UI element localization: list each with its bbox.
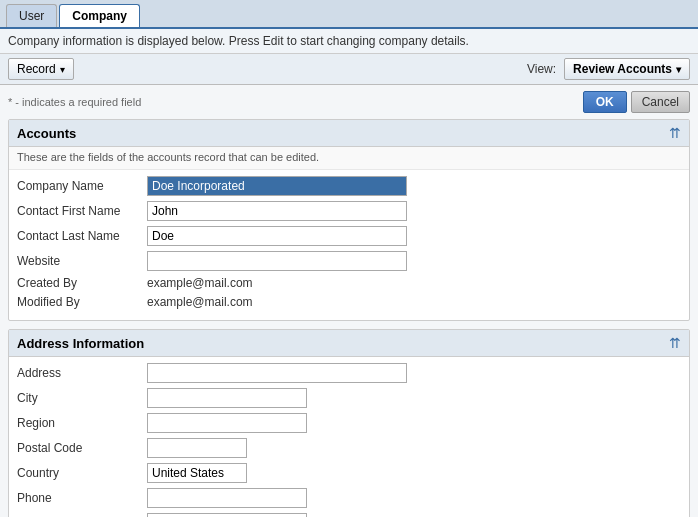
label-created-by: Created By (17, 276, 147, 290)
view-chevron-icon: ▾ (676, 64, 681, 75)
accounts-form-body: Company Name Contact First Name Contact … (9, 170, 689, 320)
form-row-company-name: Company Name (17, 176, 681, 196)
address-section-header: Address Information ⇈ (9, 330, 689, 357)
tab-company[interactable]: Company (59, 4, 140, 27)
input-region[interactable] (147, 413, 307, 433)
cancel-button[interactable]: Cancel (631, 91, 690, 113)
form-row-contact-first-name: Contact First Name (17, 201, 681, 221)
info-bar: Company information is displayed below. … (0, 29, 698, 54)
required-note: * - indicates a required field (8, 96, 141, 108)
input-fax[interactable] (147, 513, 307, 517)
form-row-address: Address (17, 363, 681, 383)
label-postal-code: Postal Code (17, 441, 147, 455)
label-city: City (17, 391, 147, 405)
accounts-collapse-icon[interactable]: ⇈ (669, 125, 681, 141)
address-collapse-icon[interactable]: ⇈ (669, 335, 681, 351)
address-section-title: Address Information (17, 336, 144, 351)
label-region: Region (17, 416, 147, 430)
action-buttons: OK Cancel (583, 91, 690, 113)
form-row-website: Website (17, 251, 681, 271)
toolbar: Record ▾ View: Review Accounts ▾ (0, 54, 698, 85)
label-contact-last-name: Contact Last Name (17, 229, 147, 243)
input-phone[interactable] (147, 488, 307, 508)
record-label: Record (17, 62, 56, 76)
form-row-phone: Phone (17, 488, 681, 508)
view-prefix-label: View: (527, 62, 556, 76)
tabs-bar: User Company (0, 0, 698, 29)
label-address: Address (17, 366, 147, 380)
accounts-section-header: Accounts ⇈ (9, 120, 689, 147)
form-row-region: Region (17, 413, 681, 433)
tab-user[interactable]: User (6, 4, 57, 27)
input-postal-code[interactable] (147, 438, 247, 458)
label-website: Website (17, 254, 147, 268)
action-row: * - indicates a required field OK Cancel (8, 91, 690, 113)
input-address[interactable] (147, 363, 407, 383)
label-country: Country (17, 466, 147, 480)
record-chevron-icon: ▾ (60, 64, 65, 75)
label-phone: Phone (17, 491, 147, 505)
form-row-country: Country (17, 463, 681, 483)
label-company-name: Company Name (17, 179, 147, 193)
input-contact-last-name[interactable] (147, 226, 407, 246)
label-contact-first-name: Contact First Name (17, 204, 147, 218)
form-row-postal-code: Postal Code (17, 438, 681, 458)
accounts-section-subtitle: These are the fields of the accounts rec… (9, 147, 689, 170)
address-form-body: Address City Region Postal Code Country (9, 357, 689, 517)
form-row-modified-by: Modified By example@mail.com (17, 295, 681, 309)
record-button[interactable]: Record ▾ (8, 58, 74, 80)
input-website[interactable] (147, 251, 407, 271)
input-contact-first-name[interactable] (147, 201, 407, 221)
accounts-section-title: Accounts (17, 126, 76, 141)
input-country[interactable] (147, 463, 247, 483)
label-modified-by: Modified By (17, 295, 147, 309)
accounts-section: Accounts ⇈ These are the fields of the a… (8, 119, 690, 321)
form-row-created-by: Created By example@mail.com (17, 276, 681, 290)
form-row-city: City (17, 388, 681, 408)
value-modified-by: example@mail.com (147, 295, 253, 309)
input-company-name[interactable] (147, 176, 407, 196)
main-content: * - indicates a required field OK Cancel… (0, 85, 698, 517)
ok-button[interactable]: OK (583, 91, 627, 113)
view-label: Review Accounts (573, 62, 672, 76)
value-created-by: example@mail.com (147, 276, 253, 290)
form-row-fax: Fax (17, 513, 681, 517)
form-row-contact-last-name: Contact Last Name (17, 226, 681, 246)
input-city[interactable] (147, 388, 307, 408)
address-section: Address Information ⇈ Address City Regio… (8, 329, 690, 517)
view-button[interactable]: Review Accounts ▾ (564, 58, 690, 80)
